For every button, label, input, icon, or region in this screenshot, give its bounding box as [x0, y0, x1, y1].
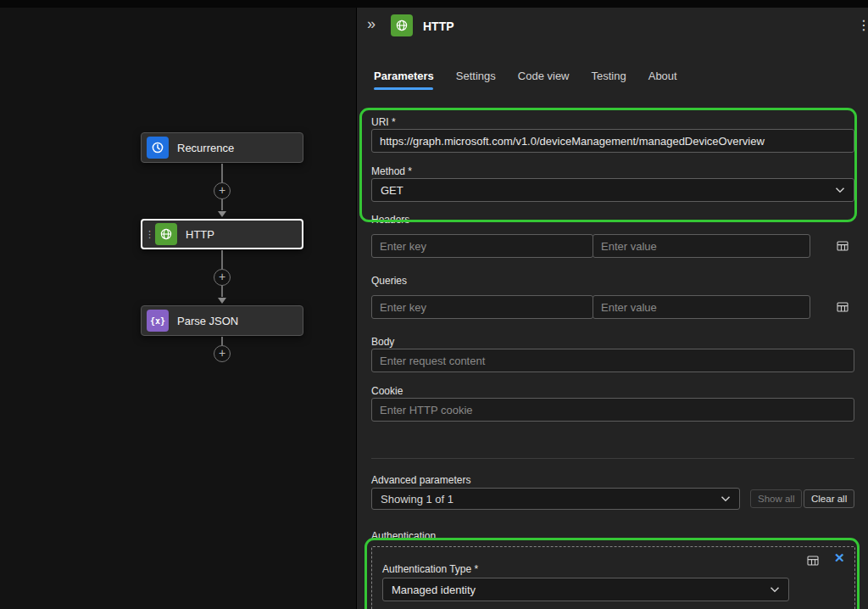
parse-json-icon: {x} — [147, 310, 169, 332]
authentication-type-dropdown[interactable]: Managed identity — [382, 578, 789, 601]
headers-key-input[interactable] — [371, 234, 593, 258]
method-label: Method * — [371, 165, 412, 177]
more-options-icon[interactable]: ⋮ — [852, 17, 868, 33]
uri-input[interactable] — [371, 129, 854, 153]
clear-all-button[interactable]: Clear all — [804, 489, 854, 508]
annotation-highlight — [359, 108, 857, 222]
method-dropdown[interactable]: GET — [371, 178, 854, 202]
tab-testing[interactable]: Testing — [592, 70, 626, 91]
node-label: Recurrence — [177, 142, 234, 154]
node-parse-json[interactable]: {x} Parse JSON — [141, 305, 303, 336]
chevron-down-icon — [835, 187, 845, 193]
details-panel: » HTTP ⋮ Parameters Settings Code view T… — [356, 0, 868, 609]
node-label: Parse JSON — [177, 315, 238, 327]
table-mode-toggle-icon[interactable] — [833, 298, 852, 316]
recurrence-clock-icon — [147, 137, 169, 159]
node-http[interactable]: ⋮ HTTP — [141, 219, 303, 249]
cookie-input[interactable] — [371, 398, 854, 422]
window-top-edge — [0, 0, 868, 8]
advanced-parameters-label: Advanced parameters — [371, 474, 470, 486]
advanced-parameters-dropdown[interactable]: Showing 1 of 1 — [371, 488, 740, 510]
chevron-down-icon — [721, 495, 731, 502]
body-label: Body — [371, 336, 394, 348]
add-action-button[interactable]: + — [214, 345, 231, 362]
insert-step-button[interactable]: + — [214, 182, 231, 199]
show-all-button[interactable]: Show all — [750, 489, 802, 508]
queries-key-input[interactable] — [371, 295, 593, 319]
connector-arrow-icon — [218, 298, 226, 304]
body-input[interactable] — [371, 349, 854, 372]
node-recurrence[interactable]: Recurrence — [141, 132, 303, 163]
active-tab-indicator — [374, 87, 433, 90]
authentication-type-label: Authentication Type * — [382, 563, 478, 575]
workflow-canvas: Recurrence + ⋮ HTTP + {x} Parse JSON + — [0, 0, 356, 609]
connector-arrow-icon — [218, 211, 226, 217]
parse-json-glyph: {x} — [150, 316, 165, 326]
table-mode-toggle-icon[interactable] — [833, 237, 852, 255]
cookie-label: Cookie — [371, 385, 403, 397]
queries-value-input[interactable] — [593, 295, 810, 319]
authentication-label: Authentication — [371, 530, 436, 542]
drag-handle-icon[interactable]: ⋮ — [145, 229, 153, 240]
method-value: GET — [381, 184, 403, 197]
remove-authentication-icon[interactable]: ✕ — [834, 550, 845, 566]
queries-label: Queries — [371, 275, 407, 287]
dynamic-content-icon[interactable] — [804, 551, 822, 570]
tab-settings[interactable]: Settings — [456, 70, 496, 91]
node-label: HTTP — [186, 228, 214, 241]
insert-step-button[interactable]: + — [214, 269, 231, 286]
panel-title: HTTP — [423, 20, 454, 33]
chevron-down-icon — [770, 586, 780, 593]
tab-about[interactable]: About — [648, 70, 677, 91]
collapse-panel-icon[interactable]: » — [367, 15, 376, 33]
authentication-type-value: Managed identity — [392, 584, 476, 596]
app-root: Recurrence + ⋮ HTTP + {x} Parse JSON + — [0, 0, 868, 609]
http-globe-icon — [155, 223, 177, 245]
tab-code-view[interactable]: Code view — [518, 70, 570, 91]
headers-label: Headers — [371, 214, 409, 226]
http-globe-icon — [391, 14, 413, 36]
advanced-parameters-value: Showing 1 of 1 — [381, 493, 453, 506]
headers-value-input[interactable] — [593, 234, 810, 258]
section-divider — [371, 458, 854, 459]
uri-label: URI * — [371, 116, 396, 128]
